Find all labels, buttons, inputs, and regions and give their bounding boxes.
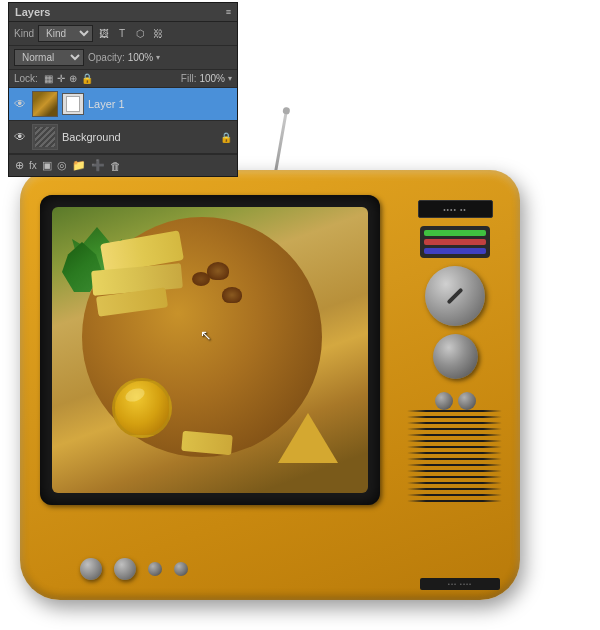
grill-line — [407, 440, 502, 442]
shape-filter-icon[interactable]: ⬡ — [133, 27, 147, 41]
grill-line — [407, 428, 502, 430]
grill-line — [407, 464, 502, 466]
grill-line — [407, 416, 502, 418]
add-style-icon[interactable]: fx — [29, 160, 37, 171]
grill-line — [407, 500, 502, 502]
food-walnut2 — [222, 287, 242, 303]
fill-value[interactable]: 100% — [199, 73, 225, 84]
smartobj-filter-icon[interactable]: ⛓ — [151, 27, 165, 41]
food-honey-jar — [112, 378, 172, 438]
layer-visibility-icon[interactable]: 👁 — [14, 130, 28, 144]
layers-bottom-toolbar: ⊕ fx ▣ ◎ 📁 ➕ 🗑 — [9, 154, 237, 176]
tv-brand-label: ••• •••• — [420, 578, 500, 590]
add-adjustment-icon[interactable]: ◎ — [57, 159, 67, 172]
tv-brand-text: ••• •••• — [448, 581, 472, 587]
food-walnut3 — [192, 272, 210, 286]
food-walnut1 — [207, 262, 229, 280]
type-filter-icon[interactable]: T — [115, 27, 129, 41]
cursor-icon: ↖ — [200, 327, 212, 343]
lock-move-icon[interactable]: ✛ — [57, 73, 65, 84]
link-layers-icon[interactable]: ⊕ — [15, 159, 24, 172]
fill-label: Fill: — [181, 73, 197, 84]
antenna-ball-right — [282, 107, 290, 115]
knob-small-2[interactable] — [458, 392, 476, 410]
tv-button-3[interactable] — [148, 562, 162, 576]
tv-container: ↖ •••• •• — [0, 110, 580, 620]
grill-line — [407, 470, 502, 472]
add-mask-icon[interactable]: ▣ — [42, 159, 52, 172]
kind-select[interactable]: Kind Name Effect — [38, 25, 93, 42]
honey-shine — [124, 386, 147, 404]
led-blue — [424, 248, 486, 254]
grill-line — [407, 434, 502, 436]
channel-display: •••• •• — [418, 200, 493, 218]
tv-button-2[interactable] — [114, 558, 136, 580]
tv-bottom-buttons — [80, 558, 188, 580]
delete-layer-icon[interactable]: 🗑 — [110, 160, 121, 172]
knob-row — [435, 392, 476, 410]
pixel-filter-icon[interactable]: 🖼 — [97, 27, 111, 41]
grill-line — [407, 482, 502, 484]
layer-name: Background — [62, 131, 216, 143]
tv-button-1[interactable] — [80, 558, 102, 580]
layer-mask-thumbnail — [62, 93, 84, 115]
grill-line — [407, 494, 502, 496]
layers-panel: Layers ≡ Kind Kind Name Effect 🖼 T ⬡ ⛓ N… — [8, 2, 238, 177]
tv-screen-bezel: ↖ — [40, 195, 380, 505]
opacity-chevron[interactable]: ▾ — [156, 53, 160, 62]
titlebar-icons: ≡ — [226, 7, 231, 17]
layer-visibility-icon[interactable]: 👁 — [14, 97, 28, 111]
layers-titlebar: Layers ≡ — [9, 3, 237, 22]
opacity-row: Opacity: 100% ▾ — [88, 52, 160, 63]
layer-row[interactable]: 👁 Background 🔒 — [9, 121, 237, 154]
add-group-icon[interactable]: 📁 — [72, 159, 86, 172]
led-red — [424, 239, 486, 245]
tv-grill — [407, 410, 502, 510]
layer-row[interactable]: 👁 Layer 1 — [9, 88, 237, 121]
grill-line — [407, 446, 502, 448]
tv-button-4[interactable] — [174, 562, 188, 576]
tv-body: ↖ •••• •• — [20, 170, 520, 600]
grill-line — [407, 488, 502, 490]
grill-line — [407, 458, 502, 460]
grill-line — [407, 422, 502, 424]
layer-locked-icon: 🔒 — [220, 132, 232, 143]
layer-thumbnail — [32, 91, 58, 117]
grill-line — [407, 476, 502, 478]
channel-text: •••• •• — [443, 206, 467, 213]
grill-line — [407, 452, 502, 454]
channel-dial[interactable] — [425, 266, 485, 326]
food-scene: ↖ — [52, 207, 368, 493]
lock-row: Lock: ▦ ✛ ⊕ 🔒 Fill: 100% ▾ — [9, 70, 237, 88]
opacity-label: Opacity: — [88, 52, 125, 63]
blending-row: Normal Multiply Screen Opacity: 100% ▾ — [9, 46, 237, 70]
grill-line — [407, 410, 502, 412]
panel-menu-icon[interactable]: ≡ — [226, 7, 231, 17]
opacity-value[interactable]: 100% — [128, 52, 154, 63]
lock-artboard-icon[interactable]: ⊕ — [69, 73, 77, 84]
led-green — [424, 230, 486, 236]
blend-mode-select[interactable]: Normal Multiply Screen — [14, 49, 84, 66]
add-layer-icon[interactable]: ➕ — [91, 159, 105, 172]
fill-row: Fill: 100% ▾ — [181, 73, 232, 84]
kind-toolbar: Kind Kind Name Effect 🖼 T ⬡ ⛓ — [9, 22, 237, 46]
tv-screen: ↖ — [52, 207, 368, 493]
lock-all-icon[interactable]: 🔒 — [81, 73, 93, 84]
food-cheese-triangle — [278, 413, 338, 463]
fill-chevron[interactable]: ▾ — [228, 74, 232, 83]
layers-title: Layers — [15, 6, 50, 18]
lock-label: Lock: — [14, 73, 38, 84]
lock-checkerboard-icon[interactable]: ▦ — [44, 73, 53, 84]
layer-thumbnail — [32, 124, 58, 150]
indicator-panel — [420, 226, 490, 258]
kind-label: Kind — [14, 28, 34, 39]
layer-name: Layer 1 — [88, 98, 232, 110]
knob-small-1[interactable] — [435, 392, 453, 410]
food-small-cheese — [181, 431, 233, 455]
volume-dial[interactable] — [433, 334, 478, 379]
